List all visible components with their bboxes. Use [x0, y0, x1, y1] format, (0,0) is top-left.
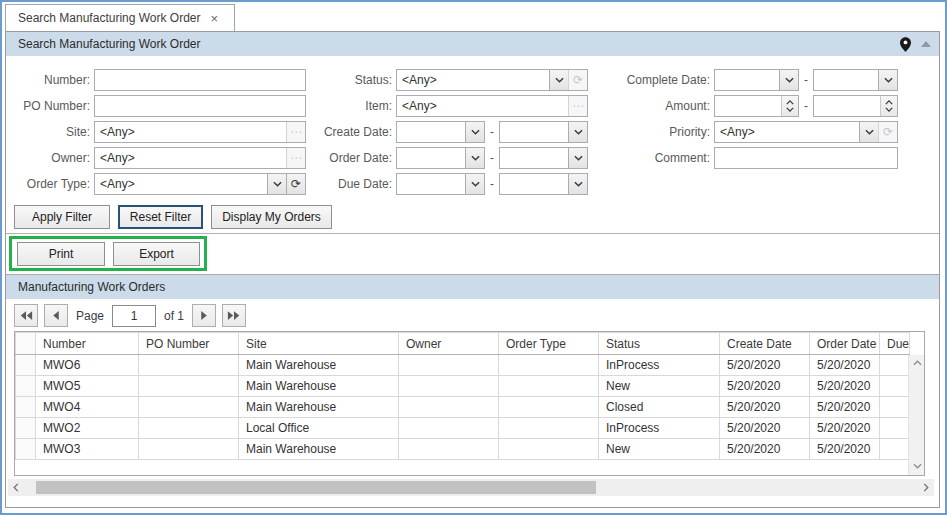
grid-cell[interactable]: MWO5: [36, 376, 139, 397]
grid-cell[interactable]: [399, 418, 499, 439]
amount-to-spin-buttons[interactable]: [880, 96, 897, 116]
pin-icon[interactable]: [900, 37, 911, 52]
scroll-down-button[interactable]: [909, 458, 925, 474]
due-date-from-combo[interactable]: [396, 173, 485, 195]
item-combo[interactable]: <Any> ⋯: [396, 95, 588, 117]
grid-cell[interactable]: MWO2: [36, 418, 139, 439]
grid-cell[interactable]: Main Warehouse: [239, 397, 399, 418]
grid-cell[interactable]: [139, 418, 239, 439]
grid-cell[interactable]: Main Warehouse: [239, 355, 399, 376]
grid-cell[interactable]: [880, 355, 910, 376]
grid-cell[interactable]: [880, 418, 910, 439]
column-header-due-date[interactable]: Due Date: [880, 333, 910, 355]
grid-cell[interactable]: [499, 439, 599, 460]
row-selector[interactable]: [16, 439, 36, 460]
grid-cell[interactable]: 5/20/2020: [720, 376, 810, 397]
column-header-po-number[interactable]: PO Number: [139, 333, 239, 355]
grid-cell[interactable]: [499, 355, 599, 376]
export-button[interactable]: Export: [113, 242, 200, 266]
tab-search-manufacturing-work-order[interactable]: Search Manufacturing Work Order ×: [5, 4, 235, 31]
scrollbar-track[interactable]: [24, 479, 918, 496]
status-combo[interactable]: <Any> ⟳: [396, 69, 588, 91]
grid-cell[interactable]: [399, 397, 499, 418]
grid-cell[interactable]: [139, 355, 239, 376]
table-row[interactable]: MWO5 Main Warehouse New 5/20/2020 5/20/2…: [16, 376, 910, 397]
page-number-input[interactable]: [112, 305, 156, 327]
amount-from-spinner[interactable]: [714, 95, 799, 117]
table-row[interactable]: MWO3 Main Warehouse New 5/20/2020 5/20/2…: [16, 439, 910, 460]
column-header-status[interactable]: Status: [599, 333, 720, 355]
priority-dropdown-button[interactable]: [859, 122, 878, 142]
grid-cell[interactable]: Local Office: [239, 418, 399, 439]
collapse-arrow-icon[interactable]: [921, 41, 931, 47]
owner-combo[interactable]: <Any> ⋯: [94, 147, 306, 169]
column-header-number[interactable]: Number: [36, 333, 139, 355]
complete-date-to-combo[interactable]: [813, 69, 898, 91]
grid-cell[interactable]: 5/20/2020: [810, 397, 880, 418]
grid-cell[interactable]: MWO4: [36, 397, 139, 418]
scroll-up-button[interactable]: [909, 355, 925, 371]
grid-cell[interactable]: [499, 376, 599, 397]
column-header-order-date[interactable]: Order Date: [810, 333, 880, 355]
grid-cell[interactable]: [499, 418, 599, 439]
create-date-to-combo[interactable]: [499, 121, 588, 143]
tab-close-icon[interactable]: ×: [211, 12, 219, 25]
order-date-from-dropdown-button[interactable]: [465, 148, 484, 168]
grid-cell[interactable]: [399, 355, 499, 376]
site-combo[interactable]: <Any> ⋯: [94, 121, 306, 143]
column-header-create-date[interactable]: Create Date: [720, 333, 810, 355]
create-date-from-combo[interactable]: [396, 121, 485, 143]
complete-date-from-dropdown-button[interactable]: [779, 70, 798, 90]
next-page-button[interactable]: [192, 304, 216, 327]
grid-cell[interactable]: InProcess: [599, 418, 720, 439]
amount-from-spin-buttons[interactable]: [781, 96, 798, 116]
grid-cell[interactable]: 5/20/2020: [810, 376, 880, 397]
order-type-dropdown-button[interactable]: [267, 174, 286, 194]
grid-cell[interactable]: [499, 397, 599, 418]
grid-cell[interactable]: [880, 376, 910, 397]
order-date-to-combo[interactable]: [499, 147, 588, 169]
complete-date-to-dropdown-button[interactable]: [878, 70, 897, 90]
display-my-orders-button[interactable]: Display My Orders: [211, 205, 332, 229]
grid-cell[interactable]: Main Warehouse: [239, 439, 399, 460]
order-type-refresh-button[interactable]: ⟳: [286, 174, 305, 194]
first-page-button[interactable]: [14, 304, 38, 327]
due-date-from-dropdown-button[interactable]: [465, 174, 484, 194]
grid-cell[interactable]: [399, 376, 499, 397]
row-selector[interactable]: [16, 355, 36, 376]
create-date-to-dropdown-button[interactable]: [568, 122, 587, 142]
complete-date-from-combo[interactable]: [714, 69, 799, 91]
grid-cell[interactable]: New: [599, 439, 720, 460]
table-row[interactable]: MWO4 Main Warehouse Closed 5/20/2020 5/2…: [16, 397, 910, 418]
amount-to-spinner[interactable]: [813, 95, 898, 117]
site-ellipsis-button[interactable]: ⋯: [286, 122, 305, 142]
horizontal-scrollbar[interactable]: [8, 479, 934, 496]
scrollbar-thumb[interactable]: [36, 481, 596, 494]
grid-cell[interactable]: Main Warehouse: [239, 376, 399, 397]
column-header-order-type[interactable]: Order Type: [499, 333, 599, 355]
row-selector[interactable]: [16, 418, 36, 439]
grid-cell[interactable]: [880, 439, 910, 460]
grid-cell[interactable]: [399, 439, 499, 460]
grid-cell[interactable]: [139, 439, 239, 460]
priority-combo[interactable]: <Any> ⟳: [714, 121, 898, 143]
due-date-to-combo[interactable]: [499, 173, 588, 195]
number-input[interactable]: [94, 69, 306, 91]
po-number-input[interactable]: [94, 95, 306, 117]
previous-page-button[interactable]: [44, 304, 68, 327]
grid-cell[interactable]: Closed: [599, 397, 720, 418]
grid-cell[interactable]: InProcess: [599, 355, 720, 376]
grid-cell[interactable]: [139, 397, 239, 418]
grid-cell[interactable]: 5/20/2020: [810, 439, 880, 460]
column-header-owner[interactable]: Owner: [399, 333, 499, 355]
row-selector[interactable]: [16, 376, 36, 397]
print-button[interactable]: Print: [17, 242, 105, 266]
grid-cell[interactable]: MWO6: [36, 355, 139, 376]
owner-ellipsis-button[interactable]: ⋯: [286, 148, 305, 168]
due-date-to-dropdown-button[interactable]: [568, 174, 587, 194]
vertical-scrollbar[interactable]: [908, 355, 924, 475]
grid-cell[interactable]: [139, 376, 239, 397]
order-date-from-combo[interactable]: [396, 147, 485, 169]
scroll-right-button[interactable]: [918, 479, 934, 496]
last-page-button[interactable]: [222, 304, 246, 327]
